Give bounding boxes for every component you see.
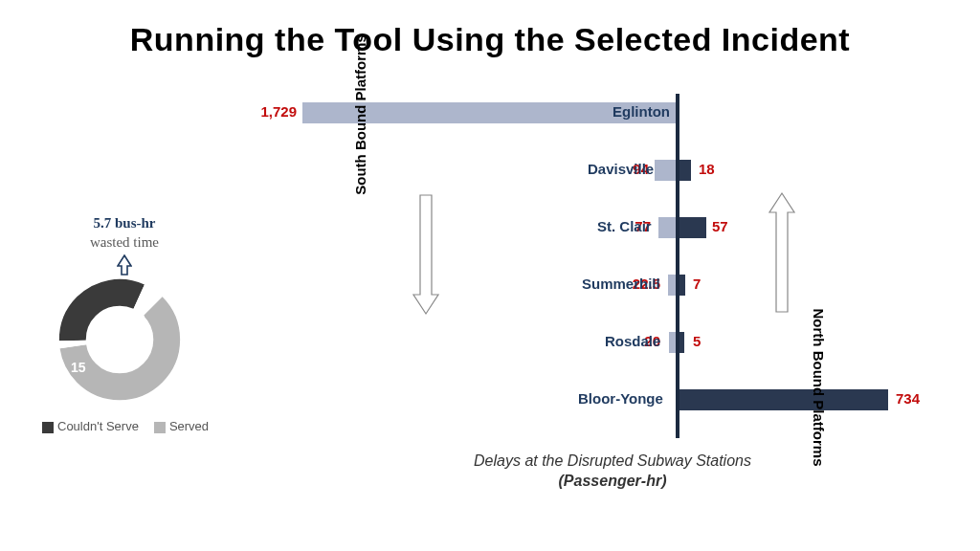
donut-chart: 8 15 [57,277,182,402]
arrow-up-large-icon [768,191,796,316]
bar-south-summerhill [668,275,676,296]
bar-north-blooryonge [679,389,888,410]
south-bound-label: South Bound Platforms [352,33,369,196]
legend-item-served: Served [154,419,209,433]
donut-heading-l1: 5.7 bus-hr [48,214,201,233]
bar-north-summerhill [679,275,685,296]
val-north-davisville: 18 [699,161,715,177]
donut-legend: Couldn't Serve Served [42,419,209,433]
donut-value-served: 15 [71,360,86,375]
delays-bar-chart: 1,729 Eglinton 94 Davisville 18 77 St. C… [287,94,938,457]
val-north-stclair: 57 [712,218,728,234]
legend-label-dark: Couldn't Serve [57,419,139,433]
donut-value-couldnt-serve: 8 [138,312,145,327]
row-blooryonge: Bloor-Yonge 734 [287,383,938,436]
station-stclair: St. Clair [597,218,652,234]
bar-south-rosdale [669,332,676,353]
row-davisville: 94 Davisville 18 [287,153,938,207]
row-eglinton: 1,729 Eglinton [287,96,938,149]
donut-heading: 5.7 bus-hr wasted time [48,214,201,252]
row-stclair: 77 St. Clair 57 [287,210,938,264]
page-title: Running the Tool Using the Selected Inci… [0,21,980,58]
legend-label-light: Served [169,419,209,433]
bar-south-stclair [658,217,676,238]
station-summerhill: Summerhill [582,276,660,292]
xlabel-l1: Delays at the Disrupted Subway Stations [287,452,938,472]
val-north-blooryonge: 734 [896,390,920,407]
barchart-xlabel: Delays at the Disrupted Subway Stations … [287,452,938,492]
swatch-light-icon [154,422,166,433]
station-rosdale: Rosdale [605,333,660,349]
bar-north-davisville [679,160,691,181]
xlabel-l2: (Passenger-hr) [287,472,938,492]
svg-point-3 [53,273,186,406]
station-davisville: Davisville [588,161,654,177]
row-rosdale: 20 Rosdale 5 [287,325,938,379]
val-south-eglinton: 1,729 [260,103,297,120]
donut-heading-l2: wasted time [48,233,201,253]
station-eglinton: Eglinton [612,103,670,120]
val-north-summerhill: 7 [693,276,701,292]
val-north-rosdale: 5 [693,333,701,349]
bar-south-davisville [655,160,676,181]
swatch-dark-icon [42,422,54,433]
bar-north-rosdale [679,332,684,353]
bar-north-stclair [679,217,706,238]
row-summerhill: 22.5 Summerhill 7 [287,268,938,321]
station-blooryonge: Bloor-Yonge [578,390,663,407]
arrow-down-icon [412,191,440,316]
legend-item-couldnt-serve: Couldn't Serve [42,419,139,433]
north-bound-label: North Bound Platforms [810,306,827,469]
